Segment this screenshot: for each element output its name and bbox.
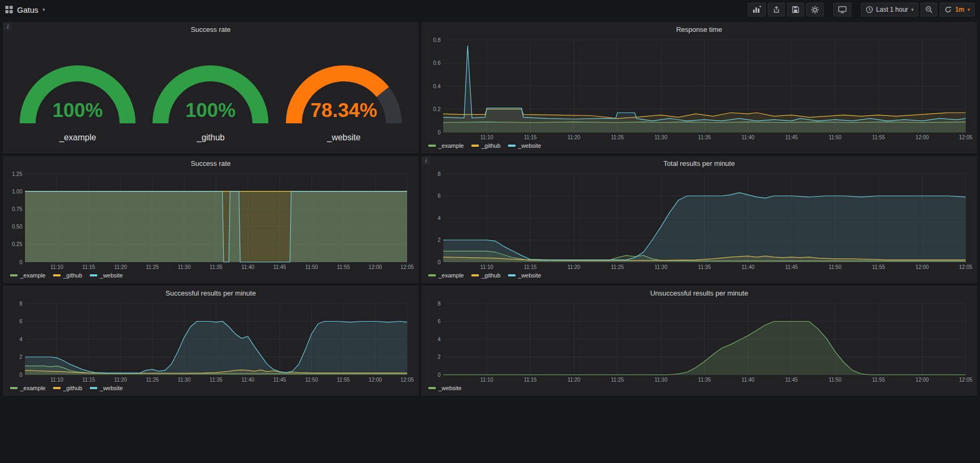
chart-area[interactable]: 11:1011:1511:2011:2511:3011:3511:4011:45…: [422, 299, 976, 383]
svg-text:11:30: 11:30: [654, 377, 668, 383]
legend-swatch: [428, 387, 436, 389]
svg-text:11:40: 11:40: [241, 377, 255, 383]
chart-area[interactable]: 11:1011:1511:2011:2511:3011:3511:4011:45…: [4, 299, 418, 383]
svg-text:6: 6: [437, 193, 441, 199]
svg-text:11:40: 11:40: [741, 264, 755, 270]
svg-text:11:10: 11:10: [480, 377, 494, 383]
svg-text:11:55: 11:55: [872, 264, 885, 270]
svg-text:2: 2: [437, 237, 441, 243]
svg-text:11:35: 11:35: [698, 134, 711, 140]
panel-total-results: i Total results per minute 11:1011:1511:…: [421, 156, 977, 283]
legend-item[interactable]: _website: [508, 142, 541, 149]
panel-header[interactable]: Response time: [422, 23, 976, 36]
legend-label: _website: [100, 272, 123, 279]
svg-text:8: 8: [437, 301, 441, 307]
svg-text:12:00: 12:00: [916, 134, 929, 140]
legend-item[interactable]: _example: [10, 385, 46, 391]
legend-item[interactable]: _example: [10, 272, 46, 279]
legend-item[interactable]: _website: [508, 272, 541, 279]
svg-text:11:15: 11:15: [524, 377, 537, 383]
tv-mode-button[interactable]: [833, 3, 851, 16]
svg-text:11:10: 11:10: [50, 377, 64, 383]
svg-text:11:55: 11:55: [337, 264, 350, 270]
panel-header[interactable]: Success rate: [4, 23, 418, 36]
svg-text:0: 0: [437, 130, 441, 136]
svg-text:11:25: 11:25: [611, 377, 624, 383]
settings-button[interactable]: [806, 3, 824, 16]
svg-text:12:05: 12:05: [400, 264, 413, 270]
svg-text:4: 4: [19, 336, 22, 342]
svg-text:11:20: 11:20: [114, 377, 128, 383]
legend-item[interactable]: _example: [428, 272, 464, 279]
gauge-value: 100%: [53, 99, 103, 121]
share-button[interactable]: [768, 3, 785, 16]
panel-header[interactable]: Total results per minute: [422, 157, 976, 170]
panel-info-icon[interactable]: i: [422, 157, 430, 165]
unsuccessful-results-chart: 11:1011:1511:2011:2511:3011:3511:4011:45…: [425, 299, 973, 383]
total-results-chart: 11:1011:1511:2011:2511:3011:3511:4011:45…: [425, 170, 973, 271]
legend-item[interactable]: _github: [53, 272, 82, 279]
panel-info-icon[interactable]: i: [4, 23, 12, 31]
svg-text:11:25: 11:25: [611, 134, 624, 140]
panel-header[interactable]: Success rate: [4, 157, 418, 170]
svg-text:11:40: 11:40: [241, 264, 255, 270]
svg-text:0.50: 0.50: [12, 224, 23, 230]
legend-swatch: [471, 145, 479, 147]
svg-text:11:30: 11:30: [654, 134, 668, 140]
zoom-out-button[interactable]: [920, 3, 937, 16]
legend-label: _website: [438, 385, 461, 391]
legend-item[interactable]: _github: [53, 385, 82, 391]
chart-area[interactable]: 11:1011:1511:2011:2511:3011:3511:4011:45…: [422, 170, 976, 271]
svg-text:11:45: 11:45: [785, 264, 798, 270]
gauge-arc: 100%: [15, 44, 140, 130]
refresh-picker[interactable]: 1m ▾: [940, 3, 975, 16]
panel-title: Total results per minute: [663, 159, 734, 167]
legend-item[interactable]: _website: [90, 385, 123, 391]
gauge-arc: 78.34%: [281, 44, 407, 130]
legend-swatch: [508, 274, 516, 276]
legend-label: _example: [438, 272, 464, 279]
panel-response-time: Response time 11:1011:1511:2011:2511:301…: [421, 22, 977, 153]
chevron-down-icon: ▾: [967, 7, 970, 12]
time-range-label: Last 1 hour: [876, 6, 908, 13]
legend-swatch: [53, 274, 61, 276]
dashboard-grid-icon[interactable]: [5, 6, 13, 13]
panel-title: Success rate: [191, 159, 231, 167]
panel-header[interactable]: Successful results per minute: [4, 287, 418, 299]
gauge: 100%_example: [15, 44, 140, 142]
svg-text:8: 8: [19, 301, 22, 307]
legend-item[interactable]: _example: [428, 142, 464, 149]
svg-text:6: 6: [437, 318, 441, 324]
chart-legend: _example_github_website: [4, 383, 418, 395]
legend-item[interactable]: _website: [428, 385, 461, 391]
chart-area[interactable]: 11:1011:1511:2011:2511:3011:3511:4011:45…: [4, 170, 418, 271]
gauge: 78.34%_website: [281, 44, 407, 142]
chevron-down-icon[interactable]: ▾: [43, 7, 45, 12]
legend-item[interactable]: _website: [90, 272, 123, 279]
svg-text:8: 8: [437, 171, 441, 177]
svg-text:4: 4: [437, 215, 441, 221]
svg-text:11:55: 11:55: [872, 377, 885, 383]
svg-text:1.00: 1.00: [12, 189, 23, 195]
svg-text:11:20: 11:20: [568, 134, 581, 140]
add-panel-button[interactable]: [748, 3, 766, 16]
refresh-interval-label: 1m: [955, 6, 964, 13]
monitor-icon: [838, 6, 847, 13]
svg-text:0.2: 0.2: [433, 106, 441, 112]
chart-area[interactable]: 11:1011:1511:2011:2511:3011:3511:4011:45…: [422, 36, 976, 141]
legend-swatch: [428, 274, 436, 276]
panel-success-rate-gauges: i Success rate 100%_example100%_github78…: [3, 22, 418, 153]
time-range-picker[interactable]: Last 1 hour ▾: [861, 3, 919, 16]
legend-item[interactable]: _github: [471, 142, 501, 149]
legend-item[interactable]: _github: [471, 272, 501, 279]
svg-text:11:15: 11:15: [82, 377, 96, 383]
gauge-label: _example: [59, 133, 96, 142]
svg-text:11:35: 11:35: [209, 377, 223, 383]
panel-header[interactable]: Unsuccessful results per minute: [422, 287, 976, 299]
svg-text:6: 6: [19, 318, 22, 324]
dashboard-title[interactable]: Gatus: [17, 5, 38, 14]
svg-text:11:35: 11:35: [698, 377, 711, 383]
save-button[interactable]: [787, 3, 804, 16]
svg-text:11:10: 11:10: [480, 134, 494, 140]
save-icon: [792, 6, 799, 13]
